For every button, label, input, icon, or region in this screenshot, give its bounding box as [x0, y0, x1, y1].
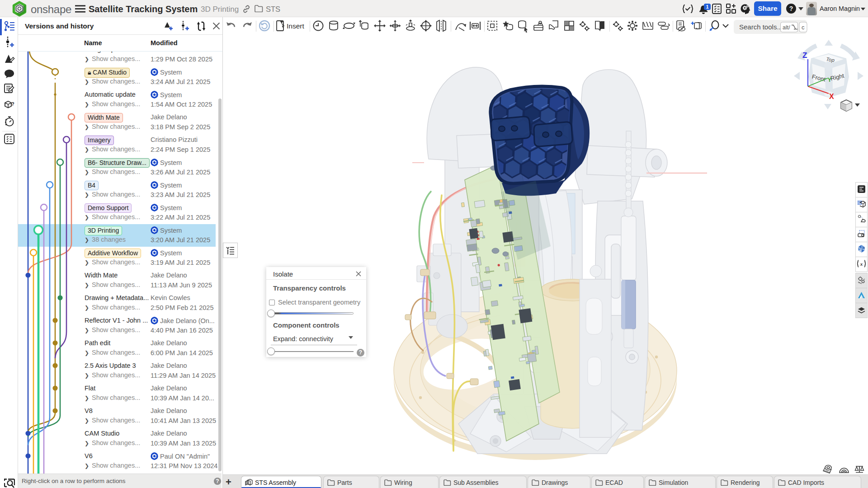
svg-text:Z: Z [802, 51, 807, 60]
svg-text:?: ? [789, 5, 793, 12]
svg-text:x: x [860, 261, 863, 267]
svg-text:Insert: Insert [287, 22, 304, 30]
svg-text:c: c [802, 24, 805, 31]
svg-text:?: ? [11, 101, 14, 107]
svg-text:1: 1 [706, 4, 708, 9]
svg-text:Search tools...: Search tools... [739, 23, 783, 31]
svg-text:X: X [829, 93, 834, 100]
svg-text:Y: Y [828, 77, 831, 83]
svg-text:alt/: alt/ [783, 24, 790, 31]
